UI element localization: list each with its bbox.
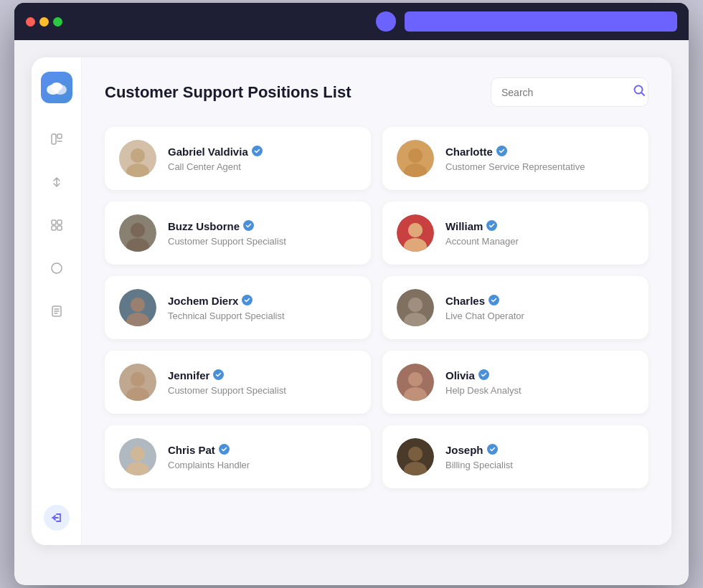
avatar-jennifer — [119, 364, 156, 401]
avatar-gabriel — [119, 140, 156, 177]
page-header: Customer Support Positions List — [105, 77, 648, 107]
svg-rect-3 — [52, 134, 56, 144]
person-role-charles: Live Chat Operator — [445, 310, 634, 321]
person-name-jochem: Jochem Dierx — [168, 295, 357, 308]
svg-point-20 — [408, 148, 423, 163]
person-name-olivia: Olivia — [445, 369, 634, 382]
svg-point-2 — [51, 82, 62, 91]
person-role-olivia: Help Desk Analyst — [445, 385, 634, 396]
browser-body: Customer Support Positions List — [14, 40, 689, 585]
app-container: Customer Support Positions List — [32, 57, 671, 545]
svg-point-60 — [408, 447, 423, 461]
svg-rect-6 — [57, 220, 62, 224]
chat-icon[interactable] — [44, 255, 70, 281]
person-name-joseph: Joseph — [445, 444, 634, 457]
verified-icon — [243, 220, 254, 233]
browser-titlebar — [14, 3, 689, 40]
svg-point-9 — [52, 263, 62, 273]
person-role-charlotte: Customer Service Representative — [445, 161, 634, 172]
logout-button[interactable] — [44, 505, 70, 531]
browser-window: Customer Support Positions List — [14, 3, 689, 585]
person-info-olivia: Olivia Help Desk Analyst — [445, 369, 634, 396]
person-name-charlotte: Charlotte — [445, 146, 634, 158]
person-name-jennifer: Jennifer — [168, 369, 357, 382]
person-card-charlotte[interactable]: Charlotte Customer Service Representativ… — [382, 127, 648, 190]
person-role-william: Account Manager — [445, 236, 634, 247]
verified-icon — [487, 444, 498, 457]
sidebar — [32, 57, 82, 545]
person-card-buzz[interactable]: Buzz Usborne Customer Support Specialist — [105, 201, 371, 265]
person-role-gabriel: Call Center Agent — [168, 161, 357, 172]
sort-icon[interactable] — [44, 169, 70, 195]
svg-point-25 — [131, 223, 145, 237]
main-content: Customer Support Positions List — [82, 57, 671, 545]
person-card-william[interactable]: William Account Manager — [382, 201, 648, 265]
person-info-gabriel: Gabriel Valdivia Call Center Agent — [168, 146, 357, 172]
person-card-olivia[interactable]: Olivia Help Desk Analyst — [382, 351, 648, 414]
verified-icon — [478, 369, 489, 382]
person-role-jochem: Technical Support Specialist — [168, 310, 357, 321]
avatar-buzz — [119, 214, 156, 252]
person-name-buzz: Buzz Usborne — [168, 220, 357, 233]
avatar-joseph — [397, 438, 434, 475]
person-card-gabriel[interactable]: Gabriel Valdivia Call Center Agent — [105, 127, 371, 190]
search-bar[interactable] — [491, 77, 648, 107]
person-card-jochem[interactable]: Jochem Dierx Technical Support Specialis… — [105, 276, 371, 339]
svg-rect-5 — [52, 220, 56, 224]
person-info-charlotte: Charlotte Customer Service Representativ… — [445, 146, 634, 172]
layout-icon[interactable] — [44, 126, 70, 152]
page-title: Customer Support Positions List — [105, 83, 476, 102]
svg-rect-4 — [57, 134, 62, 138]
person-info-buzz: Buzz Usborne Customer Support Specialist — [168, 220, 357, 247]
person-info-jochem: Jochem Dierx Technical Support Specialis… — [168, 295, 357, 321]
traffic-lights — [26, 17, 62, 27]
verified-icon — [496, 146, 507, 158]
person-card-joseph[interactable]: Joseph Billing Specialist — [382, 425, 648, 488]
svg-point-15 — [131, 148, 145, 163]
persons-grid: Gabriel Valdivia Call Center Agent — [105, 127, 648, 488]
verified-icon — [489, 295, 499, 308]
verified-icon — [252, 146, 263, 158]
person-role-jennifer: Customer Support Specialist — [168, 385, 357, 396]
verified-icon — [486, 220, 497, 233]
person-card-jennifer[interactable]: Jennifer Customer Support Specialist — [105, 351, 371, 414]
person-name-charles: Charles — [445, 295, 634, 308]
app-logo — [41, 72, 72, 103]
svg-point-35 — [131, 298, 145, 312]
verified-icon — [219, 444, 230, 457]
address-bar[interactable] — [405, 11, 677, 32]
person-info-jennifer: Jennifer Customer Support Specialist — [168, 369, 357, 396]
maximize-button[interactable] — [53, 17, 62, 27]
person-info-joseph: Joseph Billing Specialist — [445, 444, 634, 470]
svg-point-30 — [408, 223, 423, 237]
doc-icon[interactable] — [44, 298, 70, 324]
person-info-charles: Charles Live Chat Operator — [445, 295, 634, 321]
avatar-chrispat — [119, 438, 156, 475]
avatar-william — [397, 214, 434, 252]
person-name-chrispat: Chris Pat — [168, 444, 357, 457]
person-card-chrispat[interactable]: Chris Pat Complaints Handler — [105, 425, 371, 488]
verified-icon — [213, 369, 224, 382]
verified-icon — [242, 295, 253, 308]
close-button[interactable] — [26, 17, 35, 27]
avatar-charles — [397, 289, 434, 326]
svg-point-55 — [131, 447, 145, 461]
person-card-charles[interactable]: Charles Live Chat Operator — [382, 276, 648, 339]
person-role-buzz: Customer Support Specialist — [168, 236, 357, 247]
grid-icon[interactable] — [44, 212, 70, 238]
person-info-william: William Account Manager — [445, 220, 634, 247]
person-role-joseph: Billing Specialist — [445, 460, 634, 470]
person-name-william: William — [445, 220, 634, 233]
search-icon — [633, 84, 646, 100]
avatar-olivia — [397, 364, 434, 401]
person-role-chrispat: Complaints Handler — [168, 460, 357, 470]
svg-rect-7 — [52, 226, 56, 230]
svg-rect-8 — [57, 226, 62, 230]
avatar-charlotte — [397, 140, 434, 177]
minimize-button[interactable] — [39, 17, 49, 27]
avatar-jochem — [119, 289, 156, 326]
person-name-gabriel: Gabriel Valdivia — [168, 146, 357, 158]
svg-point-50 — [408, 372, 423, 387]
svg-point-45 — [131, 372, 145, 387]
search-input[interactable] — [501, 87, 627, 98]
